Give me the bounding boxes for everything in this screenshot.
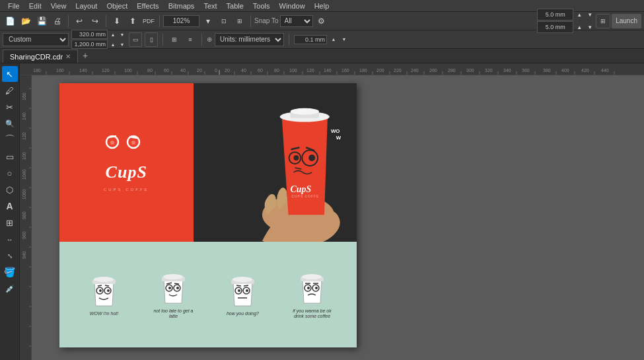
cup-photo-svg: CupS CUPS COFFE WO W — [194, 83, 357, 242]
svg-text:380: 380 — [543, 68, 551, 73]
landscape-btn[interactable]: ▯ — [145, 32, 158, 47]
width-down[interactable]: ▼ — [118, 32, 126, 38]
redo-button[interactable]: ↪ — [88, 14, 102, 28]
menu-view[interactable]: View — [47, 1, 71, 11]
svg-text:400: 400 — [561, 68, 569, 73]
export-button[interactable]: ⬆ — [125, 14, 140, 28]
eyedropper-tool[interactable]: 💉 — [2, 281, 18, 297]
page-height-input[interactable]: 1,200.0 mm — [71, 40, 108, 49]
zoom-dropdown-btn[interactable]: ▾ — [201, 14, 215, 28]
height-down[interactable]: ▼ — [118, 42, 126, 48]
separator2 — [106, 15, 106, 27]
separator — [68, 15, 69, 27]
svg-point-122 — [168, 287, 171, 289]
menu-text[interactable]: Text — [199, 1, 221, 11]
svg-text:100: 100 — [289, 68, 297, 73]
svg-text:240: 240 — [411, 68, 419, 73]
logo-icon — [103, 134, 149, 157]
size-h-down[interactable]: ▼ — [585, 24, 594, 30]
svg-line-133 — [244, 285, 248, 286]
ellipse-tool[interactable]: ○ — [2, 165, 18, 181]
canvas-area[interactable]: 180 160 140 120 100 80 60 40 20 0 20 40 … — [20, 63, 644, 360]
new-tab-btn[interactable]: + — [78, 48, 92, 63]
svg-text:140: 140 — [79, 68, 87, 73]
page-type-dropdown[interactable]: Custom — [3, 33, 69, 46]
menu-layout[interactable]: Layout — [71, 1, 101, 11]
svg-text:180: 180 — [359, 68, 367, 73]
print-button[interactable]: 🖨 — [50, 14, 65, 28]
page-width-input[interactable]: 320.0 mm — [71, 30, 108, 39]
svg-text:80: 80 — [147, 68, 153, 73]
nudge-input[interactable]: 0.1 mm — [294, 35, 327, 44]
main-area: ↖ 🖊 ✂ 🔍 ⌒ ▭ ○ ⬡ A ⊞ ↔ ⤡ 🪣 💉 180 160 140 … — [0, 63, 644, 360]
svg-text:160: 160 — [56, 68, 64, 73]
transform-btn[interactable]: ⊞ — [596, 14, 610, 28]
size-h-input[interactable]: 5.0 mm — [537, 21, 573, 33]
svg-point-139 — [307, 287, 310, 289]
cup-character-4: if you wanna be ok drink some coffee — [289, 270, 336, 320]
new-button[interactable]: 📄 — [3, 14, 17, 28]
svg-text:140: 140 — [22, 112, 26, 120]
svg-text:300: 300 — [466, 68, 474, 73]
svg-text:980: 980 — [22, 211, 26, 219]
tab-close-btn[interactable]: ✕ — [65, 53, 71, 60]
menu-bitmaps[interactable]: Bitmaps — [164, 1, 199, 11]
menu-help[interactable]: Help — [310, 1, 334, 11]
size-h-up[interactable]: ▲ — [575, 24, 584, 30]
snap-dropdown[interactable]: All — [280, 15, 313, 27]
snap-settings-btn[interactable]: ⚙ — [314, 14, 329, 28]
ruler-top: 180 160 140 120 100 80 60 40 20 0 20 40 … — [20, 63, 644, 75]
undo-button[interactable]: ↩ — [72, 14, 87, 28]
curve-tool[interactable]: ⌒ — [2, 132, 18, 148]
menu-edit[interactable]: Edit — [25, 1, 46, 11]
import-button[interactable]: ⬇ — [110, 14, 124, 28]
portrait-btn[interactable]: ▭ — [129, 32, 142, 47]
svg-line-132 — [236, 285, 241, 286]
fill-tool[interactable]: 🪣 — [2, 264, 18, 280]
zoom-tool[interactable]: 🔍 — [2, 116, 18, 131]
svg-text:440: 440 — [601, 68, 609, 73]
menu-table[interactable]: Table — [223, 1, 248, 11]
polygon-tool[interactable]: ⬡ — [2, 182, 18, 198]
size-w-input[interactable]: 5.0 mm — [537, 9, 573, 20]
height-up[interactable]: ▲ — [109, 42, 117, 48]
pdf-button[interactable]: PDF — [141, 14, 156, 28]
brand-name: CupS — [106, 162, 147, 182]
svg-text:420: 420 — [581, 68, 589, 73]
save-button[interactable]: 💾 — [34, 14, 49, 28]
crop-tool[interactable]: ✂ — [2, 99, 18, 115]
rect-tool[interactable]: ▭ — [2, 149, 18, 164]
select-tool[interactable]: ↖ — [2, 66, 18, 82]
svg-point-130 — [238, 289, 240, 292]
units-dropdown[interactable]: Units: millimeters — [215, 33, 284, 46]
page-view-btn1[interactable]: ⊞ — [168, 32, 181, 47]
width-up[interactable]: ▲ — [109, 32, 117, 38]
table-tool[interactable]: ⊞ — [2, 215, 18, 231]
freehand-tool[interactable]: 🖊 — [2, 83, 18, 98]
document-tab[interactable]: SharingCDR.cdr ✕ — [3, 50, 78, 63]
zoom-input[interactable]: 102% — [163, 15, 199, 27]
size-w-down[interactable]: ▼ — [585, 11, 594, 18]
svg-text:20: 20 — [197, 68, 202, 73]
launch-btn[interactable]: Launch — [612, 14, 641, 28]
svg-point-127 — [233, 277, 252, 282]
menu-object[interactable]: Object — [102, 1, 131, 11]
nudge-down[interactable]: ▼ — [340, 36, 348, 42]
sep7 — [289, 34, 289, 46]
page-view-btn2[interactable]: ≡ — [184, 32, 197, 47]
open-button[interactable]: 📂 — [18, 14, 33, 28]
size-w-up[interactable]: ▲ — [575, 11, 584, 18]
menu-effects[interactable]: Effects — [133, 1, 162, 11]
connector-tool[interactable]: ⤡ — [2, 248, 18, 264]
view-mode-btn[interactable]: ⊞ — [233, 14, 247, 28]
dimension-tool[interactable]: ↔ — [2, 231, 18, 247]
menu-window[interactable]: Window — [275, 1, 309, 11]
svg-line-125 — [174, 283, 179, 284]
menu-file[interactable]: File — [4, 1, 24, 11]
svg-text:160: 160 — [22, 92, 26, 100]
char3-text: how you doing? — [227, 311, 259, 316]
text-tool[interactable]: A — [2, 198, 18, 214]
menu-tools[interactable]: Tools — [249, 1, 274, 11]
nudge-up[interactable]: ▲ — [330, 36, 338, 42]
zoom-fit-btn[interactable]: ⊡ — [217, 14, 231, 28]
